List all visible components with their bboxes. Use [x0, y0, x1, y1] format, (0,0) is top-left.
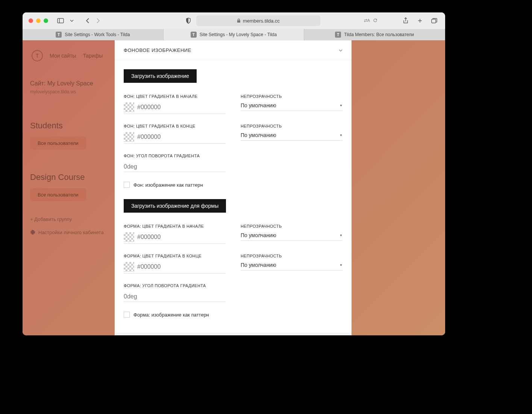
color-hex-input[interactable] [137, 234, 226, 240]
color-input-bg-start[interactable] [124, 102, 226, 114]
select-value: По умолчанию [241, 102, 276, 108]
select-value: По умолчанию [241, 132, 276, 138]
field-label: НЕПРОЗРАЧНОСТЬ [241, 254, 343, 258]
opacity-select[interactable]: По умолчанию ▼ [241, 262, 343, 271]
opacity-select[interactable]: По умолчанию ▼ [241, 132, 343, 141]
section-title: ФОНОВОЕ ИЗОБРАЖЕНИЕ [124, 47, 191, 53]
browser-tab[interactable]: T Site Settings - My Lovely Space - Tild… [164, 29, 305, 40]
select-value: По умолчанию [241, 232, 276, 238]
color-input-form-start[interactable] [124, 232, 226, 244]
bg-pattern-checkbox[interactable] [124, 182, 130, 188]
browser-window: members.tilda.cc ⇄А T Site Settings [23, 12, 445, 335]
checkbox-label: Форма: изображение как паттерн [133, 312, 209, 318]
tabs-bar: T Site Settings - Work Tools - Tilda T S… [23, 29, 445, 40]
chevron-down-icon [339, 49, 343, 52]
shield-icon[interactable] [183, 16, 193, 26]
address-bar[interactable]: members.tilda.cc ⇄А [196, 15, 320, 26]
lock-icon [237, 18, 241, 23]
tabs-overview-icon[interactable] [429, 16, 439, 26]
dropdown-arrow-icon: ▼ [340, 263, 343, 267]
svg-rect-0 [58, 18, 64, 23]
url-text: members.tilda.cc [243, 18, 280, 24]
angle-input[interactable] [124, 162, 226, 172]
dropdown-arrow-icon: ▼ [340, 134, 343, 137]
field-label: ФОРМА: ЦВЕТ ГРАДИЕНТА В КОНЦЕ [124, 254, 226, 258]
favicon-icon: T [335, 32, 341, 38]
field-label: НЕПРОЗРАЧНОСТЬ [241, 124, 343, 128]
upload-background-button[interactable]: Загрузить изображение [124, 69, 197, 83]
form-pattern-checkbox[interactable] [124, 312, 130, 318]
translate-icon[interactable]: ⇄А [364, 18, 370, 24]
back-button[interactable] [83, 16, 92, 26]
chevron-down-icon[interactable] [67, 16, 77, 26]
field-label: ФОН: УГОЛ ПОВОРОТА ГРАДИЕНТА [124, 154, 226, 158]
angle-input[interactable] [124, 292, 226, 302]
settings-modal: ФОНОВОЕ ИЗОБРАЖЕНИЕ Загрузить изображени… [115, 40, 352, 335]
color-hex-input[interactable] [137, 263, 226, 270]
browser-tab[interactable]: T Site Settings - Work Tools - Tilda [23, 29, 164, 40]
tab-label: Site Settings - My Lovely Space - Tilda [200, 32, 277, 37]
svg-rect-2 [432, 19, 436, 23]
field-label: ФОН: ЦВЕТ ГРАДИЕНТА В КОНЦЕ [124, 124, 226, 128]
dropdown-arrow-icon: ▼ [340, 104, 343, 107]
tab-label: Tilda Members: Все пользователи [344, 32, 414, 37]
dropdown-arrow-icon: ▼ [340, 234, 343, 237]
field-label: ФОРМА: УГОЛ ПОВОРОТА ГРАДИЕНТА [124, 283, 226, 288]
color-swatch-icon[interactable] [124, 102, 134, 112]
tab-label: Site Settings - Work Tools - Tilda [65, 32, 130, 37]
color-input-bg-end[interactable] [124, 132, 226, 144]
field-label: НЕПРОЗРАЧНОСТЬ [241, 224, 343, 228]
panel-body: Загрузить изображение ФОН: ЦВЕТ ГРАДИЕНТ… [115, 69, 352, 333]
sidebar-toggle-icon[interactable] [56, 16, 65, 26]
maximize-window-button[interactable] [44, 18, 48, 23]
close-window-button[interactable] [29, 18, 33, 23]
window-controls [29, 18, 48, 23]
section-header-background-image[interactable]: ФОНОВОЕ ИЗОБРАЖЕНИЕ [115, 40, 352, 60]
color-hex-input[interactable] [137, 134, 226, 140]
field-label: НЕПРОЗРАЧНОСТЬ [241, 94, 343, 99]
browser-tab[interactable]: T Tilda Members: Все пользователи [304, 29, 445, 40]
upload-form-image-button[interactable]: Загрузить изображение для формы [124, 199, 226, 213]
reload-icon[interactable] [373, 18, 377, 24]
checkbox-label: Фон: изображение как паттерн [133, 182, 203, 188]
titlebar: members.tilda.cc ⇄А [23, 12, 445, 29]
content-area: T Мои сайты Тарифы Сайт: My Lovely Space… [23, 40, 445, 335]
field-label: ФОН: ЦВЕТ ГРАДИЕНТА В НАЧАЛЕ [124, 94, 226, 99]
color-hex-input[interactable] [137, 104, 226, 111]
select-value: По умолчанию [241, 262, 276, 268]
opacity-select[interactable]: По умолчанию ▼ [241, 232, 343, 241]
favicon-icon: T [56, 32, 62, 38]
share-icon[interactable] [401, 16, 411, 26]
section-header-typography[interactable]: ТИПОГРАФИКА [115, 333, 352, 335]
minimize-window-button[interactable] [36, 18, 41, 23]
color-swatch-icon[interactable] [124, 232, 134, 242]
opacity-select[interactable]: По умолчанию ▼ [241, 102, 343, 111]
forward-button[interactable] [93, 16, 103, 26]
new-tab-icon[interactable] [415, 16, 425, 26]
field-label: ФОРМА: ЦВЕТ ГРАДИЕНТА В НАЧАЛЕ [124, 224, 226, 228]
favicon-icon: T [191, 32, 197, 38]
color-swatch-icon[interactable] [124, 132, 134, 142]
color-input-form-end[interactable] [124, 262, 226, 274]
color-swatch-icon[interactable] [124, 262, 134, 272]
